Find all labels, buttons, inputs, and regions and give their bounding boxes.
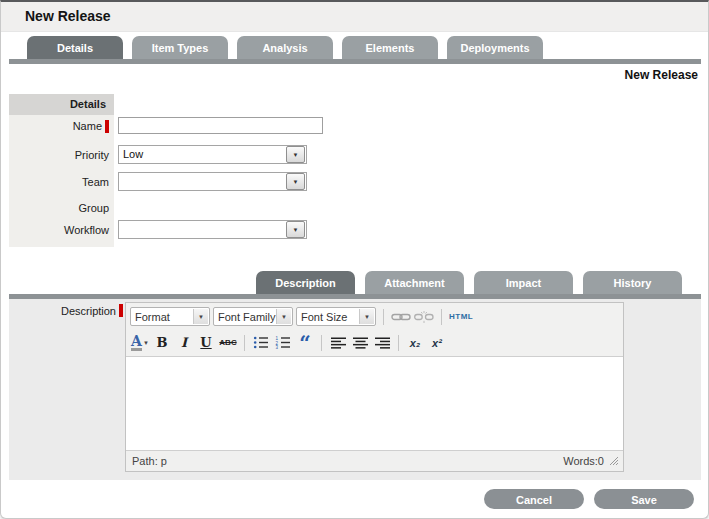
toolbar-separator xyxy=(321,335,322,351)
new-release-window: New Release Details Item Types Analysis … xyxy=(0,0,709,519)
tab-impact[interactable]: Impact xyxy=(474,271,573,294)
font-family-dropdown[interactable]: Font Family ▼ xyxy=(213,307,293,326)
tab-description[interactable]: Description xyxy=(256,271,355,294)
rich-text-editor: Format ▼ Font Family ▼ Font Size ▼ xyxy=(125,302,624,472)
editor-toolbar-row2: A ▼ B I U ABC xyxy=(126,330,623,355)
priority-label: Priority xyxy=(75,149,109,161)
details-section-header: Details xyxy=(9,94,114,115)
page-title: New Release xyxy=(1,2,708,32)
toolbar-separator xyxy=(441,309,442,325)
name-input[interactable] xyxy=(118,117,323,134)
tab-analysis[interactable]: Analysis xyxy=(237,36,333,59)
chevron-down-icon[interactable]: ▼ xyxy=(193,309,208,324)
chevron-down-icon[interactable]: ▼ xyxy=(286,221,305,238)
underline-button[interactable]: U xyxy=(196,333,216,353)
bold-button[interactable]: B xyxy=(152,333,172,353)
font-size-dropdown[interactable]: Font Size ▼ xyxy=(296,307,376,326)
chevron-down-icon[interactable]: ▼ xyxy=(276,309,291,324)
strikethrough-icon: ABC xyxy=(219,338,236,347)
html-source-button[interactable]: HTML xyxy=(449,307,473,327)
team-label-row: Team xyxy=(1,172,109,191)
strikethrough-button[interactable]: ABC xyxy=(218,333,238,353)
tab-deployments[interactable]: Deployments xyxy=(447,36,543,59)
chevron-down-icon: ▼ xyxy=(143,340,149,346)
italic-button[interactable]: I xyxy=(174,333,194,353)
description-label: Description xyxy=(61,305,116,317)
cancel-button[interactable]: Cancel xyxy=(484,489,584,509)
font-size-dropdown-label: Font Size xyxy=(297,311,359,323)
format-dropdown-label: Format xyxy=(131,311,193,323)
chevron-down-icon[interactable]: ▼ xyxy=(286,173,305,190)
workflow-select[interactable]: ▼ xyxy=(118,220,307,239)
main-tab-underline xyxy=(9,59,701,64)
description-editor-content[interactable] xyxy=(126,356,623,451)
toolbar-separator xyxy=(398,335,399,351)
name-label: Name xyxy=(73,120,102,132)
remove-link-icon[interactable] xyxy=(414,307,434,327)
tab-elements[interactable]: Elements xyxy=(342,36,438,59)
bullet-list-icon[interactable] xyxy=(251,333,271,353)
underline-icon: U xyxy=(200,335,211,350)
sub-tab-bar: Description Attachment Impact History xyxy=(256,271,682,294)
html-source-label: HTML xyxy=(449,312,473,321)
tab-details[interactable]: Details xyxy=(27,36,123,59)
svg-text:3: 3 xyxy=(276,345,279,349)
priority-value: Low xyxy=(119,146,286,163)
toolbar-separator xyxy=(383,309,384,325)
resize-grip-icon[interactable] xyxy=(608,455,619,468)
required-marker xyxy=(119,304,123,317)
team-select[interactable]: ▼ xyxy=(118,172,307,191)
main-tab-bar: Details Item Types Analysis Elements Dep… xyxy=(27,36,543,59)
subscript-button[interactable]: x₂ xyxy=(405,333,425,353)
name-label-row: Name xyxy=(1,117,109,135)
align-left-icon[interactable] xyxy=(328,333,348,353)
subscript-icon: x₂ xyxy=(410,337,420,349)
font-family-dropdown-label: Font Family xyxy=(214,311,276,323)
workflow-label: Workflow xyxy=(64,224,109,236)
tab-item-types[interactable]: Item Types xyxy=(132,36,228,59)
insert-link-icon[interactable] xyxy=(391,307,411,327)
blockquote-icon: “ xyxy=(299,330,311,356)
editor-statusbar: Path: p Words:0 xyxy=(126,451,623,471)
bold-icon: B xyxy=(157,335,168,350)
chevron-down-icon[interactable]: ▼ xyxy=(359,309,374,324)
content-header: New Release xyxy=(625,68,698,82)
save-button[interactable]: Save xyxy=(594,489,694,509)
format-dropdown[interactable]: Format ▼ xyxy=(130,307,210,326)
toolbar-separator xyxy=(244,335,245,351)
tab-history[interactable]: History xyxy=(583,271,682,294)
editor-path: Path: p xyxy=(132,455,167,467)
priority-label-row: Priority xyxy=(1,145,109,164)
blockquote-button[interactable]: “ xyxy=(295,333,315,353)
numbered-list-icon[interactable]: 1 2 3 xyxy=(273,333,293,353)
required-marker xyxy=(105,120,109,133)
align-center-icon[interactable] xyxy=(350,333,370,353)
workflow-label-row: Workflow xyxy=(1,220,109,239)
superscript-icon: x² xyxy=(432,337,442,349)
font-color-icon: A xyxy=(131,335,142,351)
team-label: Team xyxy=(82,176,109,188)
superscript-button[interactable]: x² xyxy=(427,333,447,353)
italic-icon: I xyxy=(181,335,187,350)
align-right-icon[interactable] xyxy=(372,333,392,353)
font-color-button[interactable]: A ▼ xyxy=(130,333,150,353)
group-label-row: Group xyxy=(1,200,109,216)
editor-toolbar-row1: Format ▼ Font Family ▼ Font Size ▼ xyxy=(126,303,623,330)
description-label-row: Description xyxy=(1,304,123,317)
chevron-down-icon[interactable]: ▼ xyxy=(286,146,305,163)
group-label: Group xyxy=(78,202,109,214)
editor-word-count: Words:0 xyxy=(563,455,604,467)
tab-attachment[interactable]: Attachment xyxy=(365,271,464,294)
priority-select[interactable]: Low ▼ xyxy=(118,145,307,164)
